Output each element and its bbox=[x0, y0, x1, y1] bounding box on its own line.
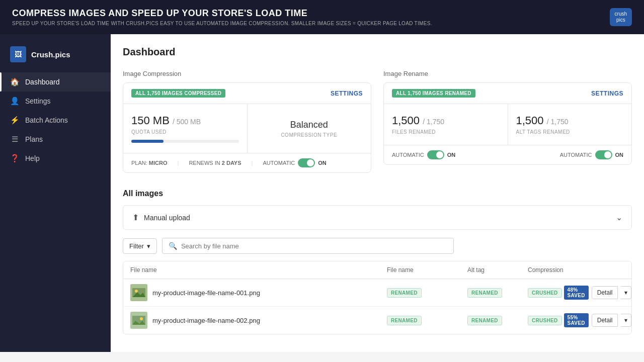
cell-compression-2: CRUSHED 55% SAVED Detail ▾ bbox=[521, 308, 631, 332]
compression-settings-link[interactable]: SETTINGS bbox=[331, 90, 363, 97]
manual-upload-bar[interactable]: ⬆ Manual upload ⌄ bbox=[123, 205, 632, 230]
cell-renamed-1: RENAMED bbox=[380, 283, 460, 303]
filename-2: my-product-image-file-name-002.png bbox=[152, 317, 260, 324]
rename-auto-label1: AUTOMATIC bbox=[392, 152, 424, 158]
cell-renamed-2: RENAMED bbox=[380, 311, 460, 330]
rename-auto-toggle-wrap1: AUTOMATIC ON bbox=[392, 150, 455, 159]
rename-card-body: 1,500 / 1,750 FILES RENAMED 1,500 / 1,75… bbox=[384, 104, 631, 145]
files-renamed-stat: 1,500 / 1,750 FILES RENAMED bbox=[384, 104, 508, 145]
detail-arrow-button-1[interactable]: ▾ bbox=[621, 286, 631, 299]
compression-badges-1: CRUSHED 48% SAVED bbox=[528, 286, 589, 300]
compression-badges-2: CRUSHED 55% SAVED bbox=[528, 313, 589, 327]
sidebar-item-batch-actions[interactable]: ⚡ Batch Actions bbox=[0, 111, 111, 130]
cell-filename-2: my-product-image-file-name-002.png bbox=[123, 307, 380, 334]
banner-subtitle: SPEED UP YOUR STORE'S LOAD TIME WITH CRU… bbox=[12, 21, 432, 26]
cell-compression-1: CRUSHED 48% SAVED Detail ▾ bbox=[521, 281, 631, 305]
logo-line1: crush bbox=[615, 11, 627, 17]
sidebar-item-dashboard[interactable]: 🏠 Dashboard bbox=[0, 72, 111, 92]
sidebar-item-help[interactable]: ❓ Help bbox=[0, 149, 111, 168]
col-compression: Compression bbox=[521, 261, 631, 279]
compression-type-value: Balanced bbox=[290, 120, 328, 130]
renamed-badge-1: RENAMED bbox=[387, 288, 422, 298]
sidebar-brand: 🖼 Crush.pics bbox=[0, 42, 111, 72]
file-thumb-2 bbox=[130, 312, 147, 329]
table-header: File name File name Alt tag Compression bbox=[123, 261, 631, 279]
image-rename-card: ALL 1,750 IMAGES RENAMED SETTINGS 1,500 … bbox=[383, 82, 632, 165]
sidebar-item-plans[interactable]: ☰ Plans bbox=[0, 130, 111, 149]
quota-stat: 150 MB / 500 MB QUOTA USED bbox=[123, 104, 248, 153]
files-renamed-label: FILES RENAMED bbox=[392, 129, 436, 135]
compression-card-body: 150 MB / 500 MB QUOTA USED Balanced COMP… bbox=[123, 104, 371, 153]
plan-info: PLAN: MICRO bbox=[131, 160, 168, 166]
crushed-badge-2: CRUSHED bbox=[528, 316, 562, 325]
compression-card-footer: PLAN: MICRO | RENEWS IN 2 DAYS | AUTOMAT… bbox=[123, 153, 371, 172]
cell-alt-2: RENAMED bbox=[460, 311, 521, 330]
renews-info: RENEWS IN 2 DAYS bbox=[189, 160, 241, 166]
batch-icon: ⚡ bbox=[10, 116, 19, 125]
image-rename-block: Image Rename ALL 1,750 IMAGES RENAMED SE… bbox=[383, 70, 632, 173]
detail-arrow-button-2[interactable]: ▾ bbox=[621, 314, 631, 327]
rename-card-header: ALL 1,750 IMAGES RENAMED SETTINGS bbox=[384, 83, 631, 104]
top-banner: COMPRESS IMAGES AND SPEED UP YOUR STORE'… bbox=[0, 0, 644, 34]
alt-tags-label: ALT TAGS RENAMED bbox=[516, 129, 570, 135]
sidebar-brand-icon: 🖼 bbox=[10, 46, 26, 62]
search-icon: 🔍 bbox=[169, 242, 177, 250]
rename-auto-toggle-wrap2: AUTOMATIC ON bbox=[560, 150, 623, 159]
saved-badge-1: 48% SAVED bbox=[564, 286, 589, 300]
filter-label: Filter bbox=[129, 242, 144, 250]
col-filename: File name bbox=[123, 261, 380, 279]
manual-upload-left: ⬆ Manual upload bbox=[132, 213, 190, 222]
sidebar-item-settings[interactable]: 👤 Settings bbox=[0, 92, 111, 111]
alt-tags-stat: 1,500 / 1,750 ALT TAGS RENAMED bbox=[508, 104, 632, 145]
detail-button-2[interactable]: Detail bbox=[592, 314, 618, 327]
sidebar-label-batch: Batch Actions bbox=[25, 116, 68, 124]
svg-point-2 bbox=[135, 290, 138, 293]
quota-label: QUOTA USED bbox=[131, 129, 167, 135]
all-images-title: All images bbox=[123, 189, 632, 198]
search-wrap: 🔍 bbox=[162, 238, 454, 254]
rename-auto-toggle1[interactable] bbox=[427, 150, 444, 159]
chevron-down-icon: ⌄ bbox=[616, 213, 622, 222]
settings-icon: 👤 bbox=[10, 97, 19, 106]
alt-badge-2: RENAMED bbox=[467, 316, 502, 325]
plans-icon: ☰ bbox=[10, 135, 19, 144]
auto-label: AUTOMATIC bbox=[263, 160, 295, 166]
file-thumb-1 bbox=[130, 284, 147, 301]
image-compression-label: Image Compression bbox=[123, 70, 371, 77]
compression-badge: ALL 1,750 IMAGES COMPRESSED bbox=[131, 89, 225, 98]
filename-1: my-product-image-file-name-001.png bbox=[152, 289, 260, 297]
auto-toggle[interactable] bbox=[298, 158, 315, 167]
rename-toggle-label1: ON bbox=[447, 152, 456, 158]
saved-badge-2: 55% SAVED bbox=[564, 313, 589, 327]
cell-filename-1: my-product-image-file-name-001.png bbox=[123, 279, 380, 306]
crushed-badge-1: CRUSHED bbox=[528, 288, 562, 298]
compression-type-stat: Balanced COMPRESSION TYPE bbox=[248, 104, 371, 153]
filter-button[interactable]: Filter ▾ bbox=[123, 238, 157, 254]
progress-bar-fill bbox=[131, 140, 164, 143]
logo-line2: pics bbox=[615, 17, 627, 23]
col-renamed: File name bbox=[380, 261, 460, 279]
progress-bar-wrap bbox=[131, 140, 239, 143]
quota-value: 150 MB / 500 MB bbox=[131, 114, 201, 127]
table-row: my-product-image-file-name-001.png RENAM… bbox=[123, 279, 631, 307]
image-rename-label: Image Rename bbox=[383, 70, 632, 77]
renamed-badge-2: RENAMED bbox=[387, 316, 422, 325]
rename-badge: ALL 1,750 IMAGES RENAMED bbox=[392, 89, 475, 98]
files-renamed-value: 1,500 / 1,750 bbox=[392, 114, 444, 127]
cell-alt-1: RENAMED bbox=[460, 283, 521, 303]
rename-auto-toggle2[interactable] bbox=[595, 150, 612, 159]
manual-upload-label: Manual upload bbox=[144, 214, 190, 222]
image-compression-block: Image Compression ALL 1,750 IMAGES COMPR… bbox=[123, 70, 371, 173]
rename-settings-link[interactable]: SETTINGS bbox=[591, 90, 623, 97]
rename-card-footer: AUTOMATIC ON AUTOMATIC ON bbox=[384, 145, 631, 164]
rename-toggle-label2: ON bbox=[615, 152, 624, 158]
help-icon: ❓ bbox=[10, 154, 19, 163]
filter-chevron-icon: ▾ bbox=[147, 242, 150, 250]
sidebar: 🖼 Crush.pics 🏠 Dashboard 👤 Settings ⚡ Ba… bbox=[0, 34, 111, 352]
search-input[interactable] bbox=[181, 242, 447, 250]
svg-point-6 bbox=[140, 317, 143, 320]
images-table: File name File name Alt tag Compression bbox=[123, 261, 632, 334]
detail-button-1[interactable]: Detail bbox=[592, 286, 618, 299]
col-alt: Alt tag bbox=[460, 261, 521, 279]
image-compression-card: ALL 1,750 IMAGES COMPRESSED SETTINGS 150… bbox=[123, 82, 371, 173]
